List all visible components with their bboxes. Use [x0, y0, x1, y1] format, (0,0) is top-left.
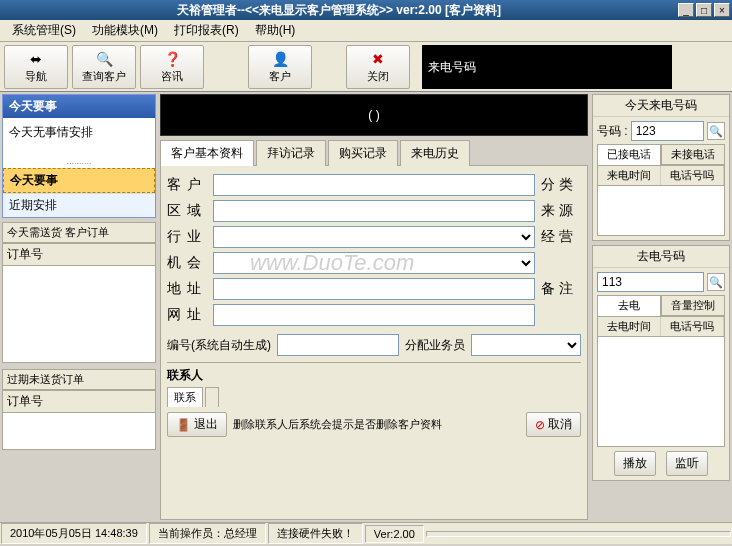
- search-num-button[interactable]: 🔍: [707, 122, 725, 140]
- tab-other[interactable]: [205, 387, 219, 407]
- nav-icon: ⬌: [26, 50, 46, 68]
- close-button[interactable]: ×: [714, 3, 730, 17]
- assign-select[interactable]: [471, 334, 581, 356]
- cancel-button[interactable]: ⊘取消: [526, 412, 581, 437]
- menu-help[interactable]: 帮助(H): [247, 20, 304, 41]
- tab-visit[interactable]: 拜访记录: [256, 140, 326, 166]
- deliver-header: 今天需送货 客户订单: [2, 222, 156, 243]
- contact-header: 联系人: [167, 367, 581, 384]
- close-tool-button[interactable]: ✖关闭: [346, 45, 410, 89]
- exit-button[interactable]: 🚪退出: [167, 412, 227, 437]
- cancel-icon: ⊘: [535, 418, 545, 432]
- today-call-group: 今天来电号码 号码 : 🔍 已接电话 未接电话 来电时间 电话号吗: [592, 94, 730, 241]
- status-version: Ver:2.00: [365, 525, 424, 543]
- today-call-title: 今天来电号码: [593, 95, 729, 117]
- consult-button[interactable]: ❓咨讯: [140, 45, 204, 89]
- status-hardware: 连接硬件失败！: [268, 523, 363, 544]
- label-source: 来源: [541, 202, 581, 220]
- nav-button[interactable]: ⬌导航: [4, 45, 68, 89]
- today-body: 今天无事情安排: [3, 118, 155, 158]
- url-input[interactable]: [213, 304, 535, 326]
- play-button[interactable]: 播放: [614, 451, 656, 476]
- window-title: 天裕管理者--<<来电显示客户管理系统>> ver:2.00 [客户资料]: [2, 2, 676, 19]
- col-out-time: 去电时间: [598, 317, 661, 336]
- label-category: 分类: [541, 176, 581, 194]
- client-icon: 👤: [270, 50, 290, 68]
- addr-input[interactable]: [213, 278, 535, 300]
- search-out-button[interactable]: 🔍: [707, 273, 725, 291]
- listen-button[interactable]: 监听: [666, 451, 708, 476]
- overdue-header: 过期未送货订单: [2, 369, 156, 390]
- overdue-list[interactable]: 订单号: [2, 390, 156, 450]
- incoming-cols: 来电时间 电话号吗: [597, 165, 725, 186]
- col-out-num: 电话号吗: [661, 317, 724, 336]
- exit-label: 退出: [194, 416, 218, 433]
- incoming-number-display: 来电号码: [422, 45, 672, 89]
- menu-print[interactable]: 打印报表(R): [166, 20, 247, 41]
- outgoing-num-input[interactable]: [597, 272, 704, 292]
- menubar: 系统管理(S) 功能模块(M) 打印报表(R) 帮助(H): [0, 20, 732, 42]
- industry-select[interactable]: [213, 226, 535, 248]
- consult-icon: ❓: [162, 50, 182, 68]
- col-time: 来电时间: [598, 166, 661, 185]
- menu-system[interactable]: 系统管理(S): [4, 20, 84, 41]
- incoming-label: 来电号码: [428, 60, 476, 74]
- outgoing-title: 去电号码: [593, 246, 729, 268]
- menu-function[interactable]: 功能模块(M): [84, 20, 166, 41]
- right-sidebar: 今天来电号码 号码 : 🔍 已接电话 未接电话 来电时间 电话号吗 去电号码 🔍: [590, 92, 732, 522]
- region-input[interactable]: [213, 200, 535, 222]
- outgoing-list[interactable]: [597, 337, 725, 447]
- label-customer: 客户: [167, 176, 207, 194]
- outgoing-cols: 去电时间 电话号吗: [597, 316, 725, 337]
- tab-received[interactable]: 已接电话: [597, 144, 661, 165]
- close-label: 关闭: [367, 69, 389, 84]
- outgoing-group: 去电号码 🔍 去电 音量控制 去电时间 电话号吗 播放 监听: [592, 245, 730, 481]
- display-band: ( ): [160, 94, 588, 136]
- consult-label: 咨讯: [161, 69, 183, 84]
- tab-buy[interactable]: 购买记录: [328, 140, 398, 166]
- statusbar: 2010年05月05日 14:48:39 当前操作员：总经理 连接硬件失败！ V…: [0, 522, 732, 544]
- tab-contact[interactable]: 联系: [167, 387, 203, 407]
- center-panel: ( ) 客户基本资料 拜访记录 购买记录 来电历史 客户分类 区域来源 行业经营…: [158, 92, 590, 522]
- tab-call[interactable]: 来电历史: [400, 140, 470, 166]
- label-biz: 经营: [541, 228, 581, 246]
- label-url: 网址: [167, 306, 207, 324]
- order-col-header: 订单号: [3, 244, 155, 266]
- toolbar: ⬌导航 🔍查询客户 ❓咨讯 👤客户 ✖关闭 来电号码: [0, 42, 732, 92]
- chance-select[interactable]: [213, 252, 535, 274]
- today-panel: 今天要事 今天无事情安排 ·········· 今天要事 近期安排: [2, 94, 156, 218]
- nav-label: 导航: [25, 69, 47, 84]
- sidebar-item-recent[interactable]: 近期安排: [3, 193, 155, 217]
- tab-dial[interactable]: 去电: [597, 295, 661, 316]
- tab-volume[interactable]: 音量控制: [661, 295, 725, 316]
- label-industry: 行业: [167, 228, 207, 246]
- maximize-button[interactable]: □: [696, 3, 712, 17]
- incoming-num-input[interactable]: [631, 121, 704, 141]
- status-spacer: [426, 531, 731, 537]
- customer-input[interactable]: [213, 174, 535, 196]
- left-sidebar: 今天要事 今天无事情安排 ·········· 今天要事 近期安排 今天需送货 …: [0, 92, 158, 522]
- sidebar-item-today[interactable]: 今天要事: [3, 168, 155, 193]
- status-time: 2010年05月05日 14:48:39: [1, 523, 147, 544]
- exit-icon: 🚪: [176, 418, 191, 432]
- form-area: 客户分类 区域来源 行业经营 机会 地址备注 网址 编号(系统自动生成) 分配业…: [160, 165, 588, 520]
- delete-tip: 删除联系人后系统会提示是否删除客户资料: [233, 417, 520, 432]
- label-remark: 备注: [541, 280, 581, 298]
- auto-id-label: 编号(系统自动生成): [167, 337, 271, 354]
- auto-id-input[interactable]: [277, 334, 399, 356]
- query-label: 查询客户: [82, 69, 126, 84]
- deliver-list[interactable]: 订单号: [2, 243, 156, 363]
- client-label: 客户: [269, 69, 291, 84]
- minimize-button[interactable]: _: [678, 3, 694, 17]
- query-button[interactable]: 🔍查询客户: [72, 45, 136, 89]
- today-header: 今天要事: [3, 95, 155, 118]
- tab-basic[interactable]: 客户基本资料: [160, 140, 254, 166]
- client-button[interactable]: 👤客户: [248, 45, 312, 89]
- label-chance: 机会: [167, 254, 207, 272]
- num-label: 号码 :: [597, 123, 628, 140]
- overdue-col-header: 订单号: [3, 391, 155, 413]
- incoming-list[interactable]: [597, 186, 725, 236]
- tab-missed[interactable]: 未接电话: [661, 144, 725, 165]
- label-region: 区域: [167, 202, 207, 220]
- band-text: ( ): [368, 108, 379, 122]
